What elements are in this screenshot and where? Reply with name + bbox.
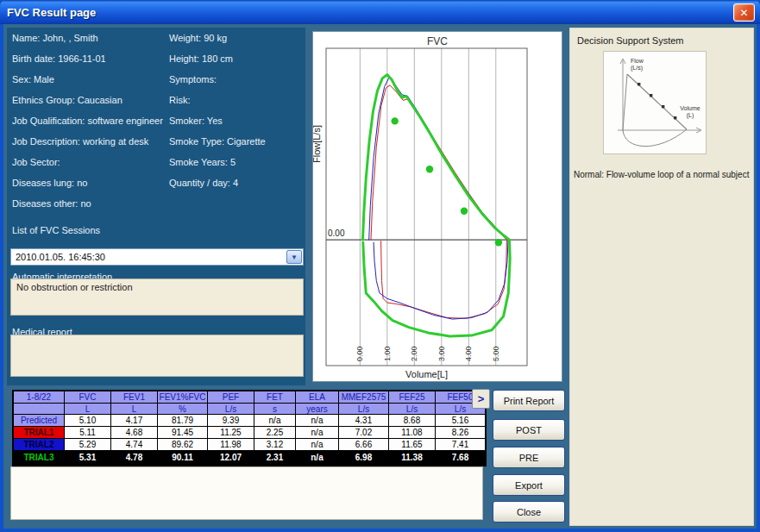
column-header: FEV1%FVC bbox=[158, 391, 208, 404]
unit-cell bbox=[14, 404, 65, 415]
fvc-chart-panel: FVC 0.001.002.003.004.005.000.00Flow[L/s… bbox=[312, 31, 562, 382]
table-row[interactable]: TRIAL35.314.7890.1112.072.31n/a6.9811.38… bbox=[14, 451, 485, 465]
unit-cell: % bbox=[158, 404, 208, 415]
value-cell: 5.29 bbox=[65, 439, 111, 451]
row-label-trial3: TRIAL3 bbox=[14, 451, 65, 465]
interpretation-box[interactable]: No obstruction or restriction bbox=[10, 279, 304, 316]
loop-marker bbox=[650, 94, 652, 97]
dss-title: Decision Support System bbox=[577, 35, 684, 46]
loop-marker bbox=[638, 83, 640, 85]
medical-report-box[interactable] bbox=[10, 335, 304, 377]
row-label-trial1: TRIAL1 bbox=[14, 427, 65, 439]
sessions-dropdown[interactable]: 2010.01.05. 16:45:30 ▼ bbox=[10, 248, 304, 266]
column-header: FEV1 bbox=[111, 391, 158, 404]
x-tick-label: 1.00 bbox=[383, 346, 392, 361]
patient-field-ethnics: Ethnics Group: Caucasian bbox=[12, 95, 122, 105]
predicted-dot bbox=[426, 166, 433, 172]
patient-field-symptoms: Symptoms: bbox=[169, 74, 217, 84]
predicted-dot bbox=[461, 208, 468, 215]
curve-trial2 bbox=[369, 77, 508, 319]
value-cell: 7.68 bbox=[436, 451, 485, 465]
value-cell: 7.41 bbox=[436, 439, 485, 451]
unit-cell: L/s bbox=[208, 404, 254, 415]
value-cell: n/a bbox=[296, 427, 339, 439]
value-cell: 91.45 bbox=[158, 427, 208, 439]
value-cell: 4.17 bbox=[111, 415, 158, 427]
results-table: 1-8/22FVCFEV1FEV1%FVCPEFFETELAMMEF2575FE… bbox=[12, 390, 487, 466]
x-tick-label: 4.00 bbox=[464, 346, 473, 361]
x-tick-label: 2.00 bbox=[410, 346, 418, 361]
close-icon[interactable]: ✕ bbox=[733, 3, 755, 22]
unit-cell: s bbox=[254, 404, 296, 415]
table-range-header: 1-8/22 bbox=[14, 391, 65, 404]
column-header: FVC bbox=[65, 391, 111, 404]
patient-field-job-desc: Job Description: working at desk bbox=[12, 136, 148, 147]
value-cell: 4.31 bbox=[339, 415, 389, 427]
value-cell: 81.79 bbox=[158, 415, 208, 427]
table-row[interactable]: TRIAL15.114.6891.4511.252.25n/a7.0211.08… bbox=[14, 427, 485, 439]
patient-field-diseases-other: Diseases other: no bbox=[12, 198, 91, 209]
value-cell: 11.65 bbox=[389, 439, 436, 451]
decision-support-panel: Decision Support System Flow (L/s) Volum… bbox=[569, 28, 754, 526]
value-cell: n/a bbox=[296, 439, 339, 451]
pre-button[interactable]: PRE bbox=[493, 447, 565, 468]
patient-field-quantity: Quantity / day: 4 bbox=[169, 178, 238, 188]
close-button[interactable]: Close bbox=[493, 501, 565, 523]
patient-field-sex: Sex: Male bbox=[12, 74, 54, 84]
value-cell: 89.62 bbox=[158, 439, 208, 451]
value-cell: 90.11 bbox=[158, 451, 208, 465]
table-row[interactable]: TRIAL25.294.7489.6211.983.12n/a6.6611.65… bbox=[14, 439, 485, 451]
sessions-label: List of FVC Sessions bbox=[12, 225, 100, 235]
plot-frame bbox=[326, 48, 527, 366]
x-tick-label: 5.00 bbox=[492, 346, 500, 361]
patient-field-diseases-lung: Diseases lung: no bbox=[12, 178, 87, 188]
unit-cell: L bbox=[65, 404, 111, 415]
dss-volume-label: Volume bbox=[680, 105, 700, 111]
normal-loop-diagram: Flow (L/s) Volume (L) bbox=[603, 51, 707, 154]
unit-cell: L/s bbox=[389, 404, 436, 415]
value-cell: 6.98 bbox=[339, 451, 389, 465]
value-cell: 6.66 bbox=[339, 439, 389, 451]
value-cell: 5.31 bbox=[65, 451, 111, 465]
x-axis-label: Volume[L] bbox=[405, 369, 448, 379]
export-button[interactable]: Export bbox=[493, 474, 565, 496]
patient-field-smoker: Smoker: Yes bbox=[169, 116, 223, 126]
curve-trial1 bbox=[371, 85, 506, 319]
value-cell: 8.26 bbox=[436, 427, 485, 439]
value-cell: 12.07 bbox=[208, 451, 254, 465]
row-label-predicted: Predicted bbox=[14, 415, 65, 427]
unit-cell: L bbox=[111, 404, 158, 415]
interpretation-text: No obstruction or restriction bbox=[16, 282, 133, 292]
chevron-glyph: ▼ bbox=[291, 253, 298, 261]
column-header: FEF25 bbox=[389, 391, 436, 404]
title-bar[interactable]: FVC Result page bbox=[0, 0, 760, 24]
notes-area[interactable] bbox=[10, 466, 483, 520]
row-label-trial2: TRIAL2 bbox=[14, 439, 65, 451]
close-glyph: ✕ bbox=[739, 7, 748, 19]
value-cell: 11.38 bbox=[389, 451, 436, 465]
table-more-button[interactable]: > bbox=[472, 389, 490, 409]
value-cell: 5.16 bbox=[436, 415, 485, 427]
post-button[interactable]: POST bbox=[493, 419, 565, 441]
value-cell: 7.02 bbox=[339, 427, 389, 439]
column-header: PEF bbox=[208, 391, 254, 404]
column-header: FET bbox=[254, 391, 296, 404]
y-axis-label: Flow[L/s] bbox=[313, 125, 322, 163]
value-cell: 2.31 bbox=[254, 451, 296, 465]
print-report-button[interactable]: Print Report bbox=[493, 390, 565, 411]
patient-field-height: Height: 180 cm bbox=[169, 53, 233, 64]
value-cell: n/a bbox=[254, 415, 296, 427]
x-tick-label: 3.00 bbox=[437, 346, 446, 361]
predicted-dot bbox=[392, 117, 399, 124]
value-cell: 8.68 bbox=[389, 415, 436, 427]
dss-flow-unit: (L/s) bbox=[631, 65, 643, 72]
normal-loop-image: Flow (L/s) Volume (L) bbox=[604, 52, 706, 153]
fvc-result-window: FVC Result page ✕ Name: John, , Smith Bi… bbox=[0, 0, 760, 532]
chevron-down-icon[interactable]: ▼ bbox=[286, 250, 302, 264]
value-cell: 3.12 bbox=[254, 439, 296, 451]
value-cell: 4.74 bbox=[111, 439, 158, 451]
value-cell: 5.11 bbox=[65, 427, 111, 439]
predicted-dot bbox=[495, 239, 502, 246]
sessions-selected-value: 2010.01.05. 16:45:30 bbox=[11, 252, 286, 262]
value-cell: 11.25 bbox=[208, 427, 254, 439]
